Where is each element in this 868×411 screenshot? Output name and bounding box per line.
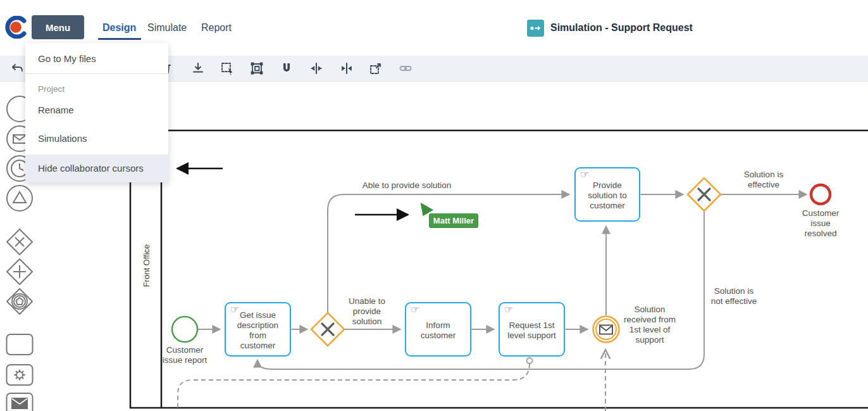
manual-task-icon: ☞ [580,170,589,180]
menu-item-hide-collaborator-cursors[interactable]: Hide collaborator cursors [25,155,168,182]
menu-section-project: Project [25,80,168,99]
palette-exclusive-gateway[interactable] [6,228,34,256]
palette-service-task[interactable] [6,361,34,389]
palette-send-task[interactable] [6,389,34,411]
menu-item-simulations[interactable]: Simulations [25,129,168,148]
manual-task-icon: ☞ [504,305,513,315]
undo-icon[interactable] [10,61,25,76]
manual-task-icon: ☞ [411,305,419,315]
palette-event-based-gateway[interactable] [6,288,34,315]
tab-report[interactable]: Report [201,21,232,35]
menu-divider [25,73,168,74]
exclusive-gateway-1[interactable] [311,313,344,346]
palette-task[interactable] [6,331,34,358]
collaborator-name-badge: Matt Miller [429,213,478,228]
start-event-customer-issue-report[interactable] [172,317,197,342]
process-type-icon [527,20,544,37]
message-catch-event[interactable] [593,317,619,343]
menu-item-rename[interactable]: Rename [25,101,168,120]
end-event-customer-issue-resolved[interactable] [811,185,830,204]
menu-button[interactable]: Menu [32,15,84,39]
palette-parallel-gateway[interactable] [6,258,34,286]
active-tab-underline [98,38,141,40]
space-tool-out-icon[interactable] [309,61,324,76]
document-title: Simulation - Support Request [550,22,693,34]
tab-simulate[interactable]: Simulate [147,21,187,35]
menu-dropdown: Go to My files Project Rename Simulation… [25,43,168,182]
label-able-to-provide: Able to provide solution [363,180,451,191]
label-customer-issue-report: Customer issue report [163,345,208,365]
label-solution-effective: Solution is effective [744,170,783,190]
space-tool-in-icon[interactable] [339,61,354,76]
snap-magnet-icon[interactable] [279,61,294,76]
fit-selection-icon[interactable] [249,61,264,76]
manual-task-icon: ☞ [230,305,239,315]
cawemo-logo[interactable] [5,16,28,39]
task-label: Request 1st level support [507,320,556,341]
message-flows[interactable] [178,351,605,411]
menu-item-go-to-my-files[interactable]: Go to My files [25,47,168,70]
task-provide-solution[interactable]: ☞ Provide solution to customer [574,167,640,222]
task-request-1st-level-support[interactable]: ☞ Request 1st level support [499,302,565,357]
link-icon[interactable] [398,61,413,76]
label-solution-received: Solution received from 1st level of supp… [624,305,676,345]
download-icon[interactable] [190,61,206,76]
lasso-select-icon[interactable] [220,61,235,76]
palette-signal-event[interactable] [6,184,34,212]
document-title-bar: Simulation - Support Request [527,19,693,37]
task-get-issue-description[interactable]: ☞ Get issue description from customer [225,302,291,357]
task-label: Get issue description from customer [237,310,278,351]
task-label: Provide solution to customer [588,180,627,211]
label-customer-issue-resolved: Customer issue resolved [797,208,845,239]
label-unable-to-provide: Unable to provide solution [349,296,385,327]
tab-design[interactable]: Design [102,21,136,35]
exclusive-gateway-2[interactable] [688,178,721,211]
task-label: Inform customer [421,320,456,341]
add-frame-icon[interactable] [368,61,383,76]
task-inform-customer[interactable]: ☞ Inform customer [405,302,471,357]
message-flow-origin [527,358,533,364]
label-solution-not-effective: Solution is not effective [711,286,757,307]
lane-label-front-office: Front Office [142,237,151,294]
